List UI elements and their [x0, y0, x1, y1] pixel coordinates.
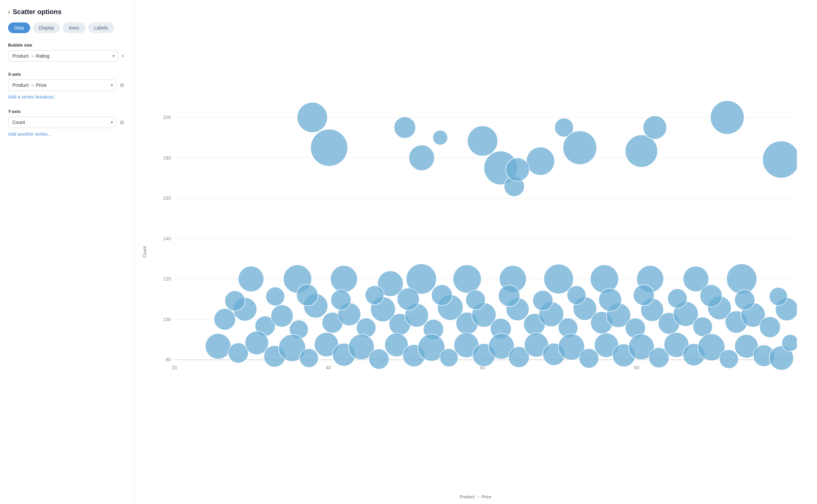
bubble [466, 290, 485, 310]
bubble [727, 264, 757, 294]
svg-text:80: 80 [634, 365, 639, 370]
bubble [331, 290, 351, 310]
bubble [533, 291, 553, 311]
y-axis-select-wrapper: Count ▾ [8, 117, 116, 128]
bubble [563, 131, 596, 165]
bubble [214, 309, 236, 330]
bubble [760, 317, 780, 337]
svg-text:180: 180 [163, 155, 171, 161]
bubble [668, 289, 687, 308]
x-axis-row: Product → Price ▾ ⚙ [8, 79, 126, 91]
bubble [526, 147, 555, 175]
sidebar-title: Scatter options [13, 8, 62, 16]
bubble [297, 284, 318, 306]
bubble [710, 101, 744, 134]
bubble [590, 265, 618, 293]
svg-text:160: 160 [163, 195, 171, 201]
bubble [467, 126, 498, 156]
bubble [433, 130, 447, 145]
bubble [735, 290, 755, 310]
bubble-size-row: Product → Rating ▾ × [8, 50, 126, 62]
svg-text:40: 40 [326, 365, 331, 370]
bubble-size-select[interactable]: Product → Rating [8, 50, 118, 62]
bubble [394, 117, 416, 138]
bubble [431, 285, 452, 305]
bubble [271, 305, 293, 327]
bubble [238, 266, 264, 292]
tabs-bar: Data Display Axes Labels [8, 22, 126, 33]
bubble [693, 317, 712, 336]
bubble [599, 289, 622, 311]
bubble [498, 285, 520, 306]
scatter-chart: 200 180 160 140 120 100 80 20 40 60 [158, 7, 797, 484]
bubble [266, 287, 285, 306]
bubble [225, 291, 245, 311]
x-axis-select[interactable]: Product → Price [8, 79, 116, 91]
bubble [763, 141, 797, 178]
bubble [205, 333, 231, 359]
bubble [567, 286, 586, 305]
bubble [769, 288, 788, 306]
x-axis-chart-label: Product → Price [460, 494, 492, 499]
svg-text:20: 20 [172, 365, 177, 370]
chart-area: Count Product → Price 200 180 160 140 12… [134, 0, 817, 504]
add-series-breakout-button[interactable]: Add a series breakout... [8, 93, 58, 101]
bubble [369, 349, 389, 369]
y-axis-settings-button[interactable]: ⚙ [118, 118, 126, 127]
back-chevron-icon: ‹ [8, 8, 10, 15]
svg-text:100: 100 [163, 317, 171, 322]
x-axis-ticks: 20 40 60 80 [172, 365, 639, 370]
y-axis-section: Y-axis Count ▾ ⚙ Add another series... [8, 109, 126, 138]
bubble [409, 145, 434, 171]
bubble [633, 285, 654, 305]
y-axis-chart-label: Count [142, 246, 147, 258]
bubble-size-label: Bubble size [8, 43, 126, 48]
bubble-size-clear-button[interactable]: × [120, 52, 126, 60]
svg-text:120: 120 [163, 276, 171, 281]
tab-data[interactable]: Data [8, 22, 30, 33]
add-another-series-button[interactable]: Add another series... [8, 130, 51, 138]
bubble [700, 285, 722, 307]
bubble [365, 286, 384, 305]
bubble [506, 158, 529, 181]
y-axis-row: Count ▾ ⚙ [8, 117, 126, 128]
svg-text:80: 80 [166, 357, 171, 362]
bubble [782, 334, 797, 351]
sidebar: ‹ Scatter options Data Display Axes Labe… [0, 0, 134, 504]
tab-axes[interactable]: Axes [63, 22, 85, 33]
x-axis-settings-button[interactable]: ⚙ [118, 81, 126, 90]
y-axis-label-text: Y-axis [8, 109, 126, 114]
bubble [397, 288, 419, 310]
bubble [625, 135, 657, 167]
tab-labels[interactable]: Labels [88, 22, 114, 33]
bubble [311, 129, 348, 166]
bubble [579, 349, 599, 368]
bubble [300, 349, 318, 367]
bubble [297, 102, 327, 132]
tab-display[interactable]: Display [33, 22, 60, 33]
x-axis-select-wrapper: Product → Price ▾ [8, 79, 116, 91]
bubble-size-section: Bubble size Product → Rating ▾ × [8, 43, 126, 64]
bubble [330, 265, 357, 292]
bubble [643, 116, 667, 139]
bubble [453, 265, 481, 293]
svg-text:140: 140 [163, 236, 171, 241]
bubble-size-select-wrapper: Product → Rating ▾ [8, 50, 118, 62]
svg-text:200: 200 [163, 115, 171, 120]
bubble [719, 350, 738, 368]
x-axis-section: X-axis Product → Price ▾ ⚙ Add a series … [8, 72, 126, 101]
x-axis-label-text: X-axis [8, 72, 126, 77]
back-nav[interactable]: ‹ Scatter options [8, 8, 126, 16]
y-axis-select[interactable]: Count [8, 117, 116, 128]
